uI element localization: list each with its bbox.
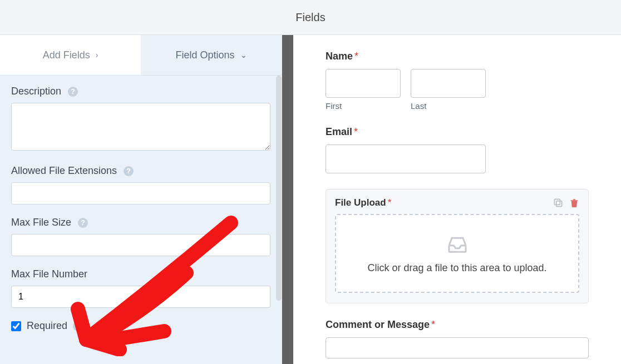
required-star-icon: *	[354, 51, 358, 62]
allowed-ext-label: Allowed File Extensions	[11, 165, 117, 177]
panel-divider[interactable]	[282, 35, 293, 364]
file-dropzone[interactable]: Click or drag a file to this area to upl…	[335, 214, 579, 293]
chevron-right-icon: ›	[96, 51, 98, 59]
allowed-ext-input[interactable]	[11, 182, 270, 205]
field-file-upload[interactable]: File Upload*	[326, 189, 589, 303]
chevron-down-icon: ⌄	[240, 51, 247, 59]
required-label: Required	[27, 320, 67, 332]
field-options-body: Description ? Allowed File Extensions ? …	[0, 76, 282, 364]
tab-add-fields-label: Add Fields	[43, 49, 90, 61]
max-number-input[interactable]	[11, 286, 270, 308]
svg-rect-1	[554, 199, 560, 205]
max-size-input[interactable]	[11, 234, 270, 256]
svg-rect-0	[556, 201, 562, 207]
help-icon[interactable]: ?	[124, 166, 134, 176]
name-label: Name	[326, 51, 353, 62]
required-star-icon: *	[354, 126, 358, 137]
required-star-icon: *	[431, 319, 435, 330]
comment-input[interactable]	[326, 337, 589, 358]
left-panel: Add Fields › Field Options ⌄ Description…	[0, 35, 282, 364]
field-name: Name* First Last	[326, 51, 589, 111]
required-star-icon: *	[388, 197, 392, 208]
first-sublabel: First	[326, 101, 401, 111]
tab-field-options-label: Field Options	[175, 49, 234, 61]
description-label: Description	[11, 86, 61, 97]
workspace: Add Fields › Field Options ⌄ Description…	[0, 35, 621, 364]
option-allowed-extensions: Allowed File Extensions ?	[11, 165, 270, 205]
help-icon[interactable]: ?	[78, 218, 88, 228]
duplicate-icon[interactable]	[553, 197, 564, 208]
field-email: Email*	[326, 126, 589, 173]
tab-add-fields[interactable]: Add Fields ›	[0, 35, 141, 75]
dropzone-text: Click or drag a file to this area to upl…	[367, 262, 546, 274]
max-size-label: Max File Size	[11, 217, 71, 228]
option-max-file-number: Max File Number	[11, 268, 270, 308]
help-icon[interactable]: ?	[73, 321, 83, 331]
file-upload-label: File Upload	[335, 197, 386, 208]
email-label: Email	[326, 126, 352, 137]
field-comment: Comment or Message*	[326, 319, 589, 358]
first-name-input[interactable]	[326, 69, 401, 98]
header-bar: Fields	[0, 0, 621, 35]
comment-label: Comment or Message	[326, 319, 430, 330]
trash-icon[interactable]	[569, 197, 579, 208]
form-preview: Name* First Last Email*	[293, 35, 621, 364]
tab-field-options[interactable]: Field Options ⌄	[141, 35, 282, 75]
help-icon[interactable]: ?	[68, 87, 78, 97]
scrollbar[interactable]	[276, 76, 282, 301]
last-sublabel: Last	[411, 101, 486, 111]
header-title: Fields	[295, 11, 325, 24]
sidebar-tabs: Add Fields › Field Options ⌄	[0, 35, 282, 76]
required-checkbox[interactable]	[11, 321, 21, 331]
option-description: Description ?	[11, 86, 270, 153]
last-name-input[interactable]	[411, 69, 486, 98]
max-number-label: Max File Number	[11, 268, 87, 280]
description-input[interactable]	[11, 103, 270, 151]
option-max-file-size: Max File Size ?	[11, 217, 270, 256]
option-required: Required ?	[11, 320, 270, 332]
inbox-icon	[445, 233, 470, 256]
svg-rect-3	[570, 200, 578, 201]
email-input[interactable]	[326, 144, 486, 173]
